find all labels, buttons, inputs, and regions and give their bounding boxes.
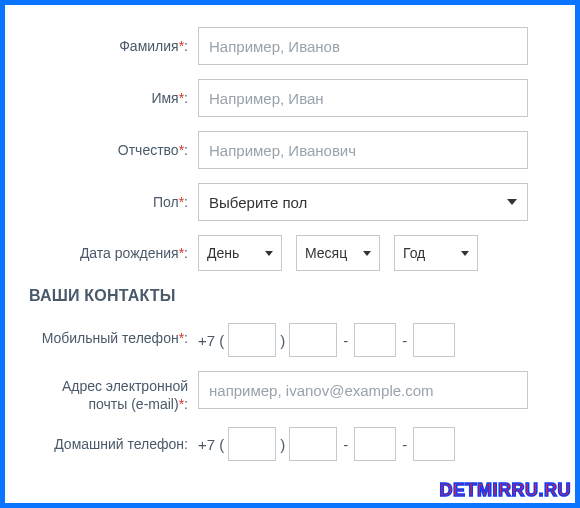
chevron-down-icon xyxy=(507,199,517,205)
label-birthdate: Дата рождения*: xyxy=(23,244,198,262)
input-surname[interactable] xyxy=(198,27,528,65)
mobile-part2[interactable] xyxy=(354,323,396,357)
phone-prefix: +7 ( xyxy=(198,436,224,453)
row-name: Имя*: xyxy=(23,79,547,117)
home-part1[interactable] xyxy=(289,427,337,461)
input-patronymic[interactable] xyxy=(198,131,528,169)
label-name: Имя*: xyxy=(23,89,198,107)
home-code[interactable] xyxy=(228,427,276,461)
select-day[interactable]: День xyxy=(198,235,282,271)
select-gender-value: Выберите пол xyxy=(209,194,307,211)
chevron-down-icon xyxy=(461,251,469,256)
phone-close: ) xyxy=(280,332,285,349)
row-mobile: Мобильный телефон*: +7 ( ) - - xyxy=(23,323,547,357)
label-gender: Пол*: xyxy=(23,193,198,211)
row-email: Адрес электронной почты (e-mail)*: xyxy=(23,371,547,413)
home-part3[interactable] xyxy=(413,427,455,461)
row-gender: Пол*: Выберите пол xyxy=(23,183,547,221)
mobile-code[interactable] xyxy=(228,323,276,357)
chevron-down-icon xyxy=(363,251,371,256)
label-mobile: Мобильный телефон*: xyxy=(23,323,198,347)
input-name[interactable] xyxy=(198,79,528,117)
label-home-phone: Домашний телефон: xyxy=(23,435,198,453)
label-email: Адрес электронной почты (e-mail)*: xyxy=(23,371,198,413)
select-gender[interactable]: Выберите пол xyxy=(198,183,528,221)
input-email[interactable] xyxy=(198,371,528,409)
select-year[interactable]: Год xyxy=(394,235,478,271)
home-phone-group: +7 ( ) - - xyxy=(198,427,547,461)
form-frame: Фамилия*: Имя*: Отчество*: Пол*: Выберит… xyxy=(0,0,580,508)
row-home-phone: Домашний телефон: +7 ( ) - - xyxy=(23,427,547,461)
label-patronymic: Отчество*: xyxy=(23,141,198,159)
row-patronymic: Отчество*: xyxy=(23,131,547,169)
mobile-part3[interactable] xyxy=(413,323,455,357)
watermark: DETMIRRU.RU xyxy=(440,480,572,501)
phone-close: ) xyxy=(280,436,285,453)
home-part2[interactable] xyxy=(354,427,396,461)
mobile-phone-group: +7 ( ) - - xyxy=(198,323,547,357)
chevron-down-icon xyxy=(265,251,273,256)
row-birthdate: Дата рождения*: День Месяц Год xyxy=(23,235,547,271)
section-title-contacts: ВАШИ КОНТАКТЫ xyxy=(29,287,547,305)
mobile-part1[interactable] xyxy=(289,323,337,357)
select-month[interactable]: Месяц xyxy=(296,235,380,271)
label-surname: Фамилия*: xyxy=(23,37,198,55)
phone-prefix: +7 ( xyxy=(198,332,224,349)
row-surname: Фамилия*: xyxy=(23,27,547,65)
